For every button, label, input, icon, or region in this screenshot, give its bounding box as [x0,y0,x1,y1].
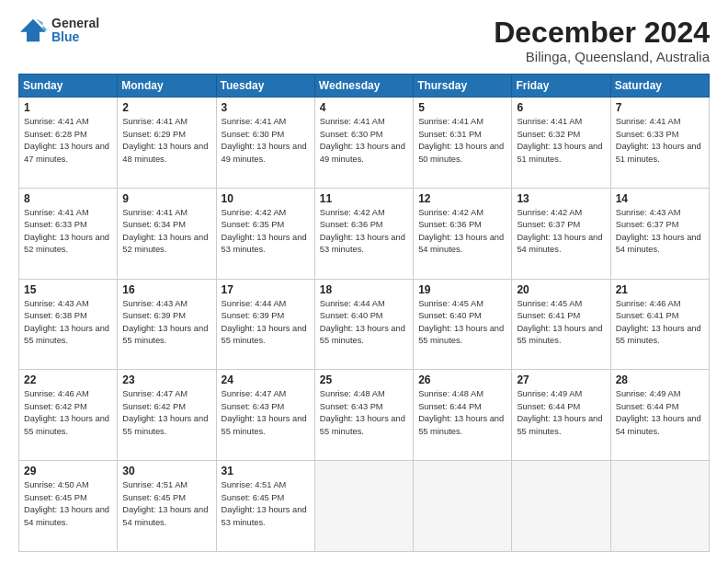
day-number: 3 [222,101,310,114]
day-info: Sunrise: 4:51 AMSunset: 6:45 PMDaylight:… [122,479,210,529]
day-number: 1 [24,101,112,114]
day-info: Sunrise: 4:42 AMSunset: 6:35 PMDaylight:… [222,207,310,257]
day-number: 27 [517,373,605,386]
table-row: 13Sunrise: 4:42 AMSunset: 6:37 PMDayligh… [512,188,610,279]
day-info: Sunrise: 4:45 AMSunset: 6:41 PMDaylight:… [517,298,605,348]
table-row: 18Sunrise: 4:44 AMSunset: 6:40 PMDayligh… [314,279,413,370]
col-tuesday: Tuesday [216,75,314,98]
day-number: 10 [222,192,310,205]
calendar-table: Sunday Monday Tuesday Wednesday Thursday… [18,74,710,552]
table-row: 26Sunrise: 4:48 AMSunset: 6:44 PMDayligh… [414,370,512,461]
day-info: Sunrise: 4:41 AMSunset: 6:28 PMDaylight:… [24,116,112,166]
table-row: 4Sunrise: 4:41 AMSunset: 6:30 PMDaylight… [314,98,413,189]
day-number: 28 [616,373,704,386]
day-number: 7 [616,101,704,114]
day-number: 19 [418,283,506,296]
calendar-week-4: 22Sunrise: 4:46 AMSunset: 6:42 PMDayligh… [19,370,710,461]
day-info: Sunrise: 4:41 AMSunset: 6:33 PMDaylight:… [24,207,112,257]
table-row: 14Sunrise: 4:43 AMSunset: 6:37 PMDayligh… [610,188,709,279]
day-number: 22 [24,373,112,386]
table-row: 9Sunrise: 4:41 AMSunset: 6:34 PMDaylight… [118,188,216,279]
table-row: 3Sunrise: 4:41 AMSunset: 6:30 PMDaylight… [216,98,314,189]
logo-text: General Blue [51,17,99,45]
table-row: 5Sunrise: 4:41 AMSunset: 6:31 PMDaylight… [414,98,512,189]
day-number: 11 [320,192,408,205]
table-row [414,461,512,552]
table-row: 16Sunrise: 4:43 AMSunset: 6:39 PMDayligh… [118,279,216,370]
logo: General Blue [18,17,99,45]
page: General Blue December 2024 Bilinga, Quee… [0,0,728,563]
day-info: Sunrise: 4:42 AMSunset: 6:36 PMDaylight:… [418,207,506,257]
day-info: Sunrise: 4:44 AMSunset: 6:39 PMDaylight:… [222,298,310,348]
day-info: Sunrise: 4:41 AMSunset: 6:30 PMDaylight:… [222,116,310,166]
day-number: 25 [320,373,408,386]
day-info: Sunrise: 4:43 AMSunset: 6:38 PMDaylight:… [24,298,112,348]
day-info: Sunrise: 4:43 AMSunset: 6:37 PMDaylight:… [616,207,704,257]
day-info: Sunrise: 4:46 AMSunset: 6:41 PMDaylight:… [616,298,704,348]
day-number: 21 [616,283,704,296]
logo-icon [18,17,48,43]
col-saturday: Saturday [610,75,709,98]
calendar-week-3: 15Sunrise: 4:43 AMSunset: 6:38 PMDayligh… [19,279,710,370]
day-number: 15 [24,283,112,296]
table-row [314,461,413,552]
day-number: 24 [222,373,310,386]
table-row: 25Sunrise: 4:48 AMSunset: 6:43 PMDayligh… [314,370,413,461]
day-info: Sunrise: 4:41 AMSunset: 6:34 PMDaylight:… [122,207,210,257]
col-wednesday: Wednesday [314,75,413,98]
day-number: 4 [320,101,408,114]
col-thursday: Thursday [414,75,512,98]
table-row [512,461,610,552]
table-row: 2Sunrise: 4:41 AMSunset: 6:29 PMDaylight… [118,98,216,189]
day-number: 6 [517,101,605,114]
day-number: 23 [122,373,210,386]
table-row: 30Sunrise: 4:51 AMSunset: 6:45 PMDayligh… [118,461,216,552]
calendar-week-1: 1Sunrise: 4:41 AMSunset: 6:28 PMDaylight… [19,98,710,189]
day-info: Sunrise: 4:44 AMSunset: 6:40 PMDaylight:… [320,298,408,348]
table-row: 28Sunrise: 4:49 AMSunset: 6:44 PMDayligh… [610,370,709,461]
title-block: December 2024 Bilinga, Queensland, Austr… [494,17,710,64]
day-info: Sunrise: 4:41 AMSunset: 6:30 PMDaylight:… [320,116,408,166]
day-number: 26 [418,373,506,386]
day-number: 29 [24,465,112,477]
day-info: Sunrise: 4:47 AMSunset: 6:42 PMDaylight:… [122,388,210,438]
day-info: Sunrise: 4:42 AMSunset: 6:37 PMDaylight:… [517,207,605,257]
day-number: 8 [24,192,112,205]
day-info: Sunrise: 4:47 AMSunset: 6:43 PMDaylight:… [222,388,310,438]
day-info: Sunrise: 4:50 AMSunset: 6:45 PMDaylight:… [24,479,112,529]
day-number: 2 [122,101,210,114]
logo-general-text: General [51,17,99,30]
day-number: 14 [616,192,704,205]
table-row: 15Sunrise: 4:43 AMSunset: 6:38 PMDayligh… [19,279,118,370]
table-row: 1Sunrise: 4:41 AMSunset: 6:28 PMDaylight… [19,98,118,189]
day-number: 31 [222,465,310,477]
header: General Blue December 2024 Bilinga, Quee… [18,17,710,64]
table-row: 21Sunrise: 4:46 AMSunset: 6:41 PMDayligh… [610,279,709,370]
calendar-week-2: 8Sunrise: 4:41 AMSunset: 6:33 PMDaylight… [19,188,710,279]
calendar-header-row: Sunday Monday Tuesday Wednesday Thursday… [19,75,710,98]
table-row: 6Sunrise: 4:41 AMSunset: 6:32 PMDaylight… [512,98,610,189]
table-row: 11Sunrise: 4:42 AMSunset: 6:36 PMDayligh… [314,188,413,279]
day-info: Sunrise: 4:48 AMSunset: 6:44 PMDaylight:… [418,388,506,438]
col-friday: Friday [512,75,610,98]
table-row: 17Sunrise: 4:44 AMSunset: 6:39 PMDayligh… [216,279,314,370]
day-number: 30 [122,465,210,477]
day-info: Sunrise: 4:51 AMSunset: 6:45 PMDaylight:… [222,479,310,529]
table-row: 19Sunrise: 4:45 AMSunset: 6:40 PMDayligh… [414,279,512,370]
day-number: 12 [418,192,506,205]
day-info: Sunrise: 4:43 AMSunset: 6:39 PMDaylight:… [122,298,210,348]
day-number: 16 [122,283,210,296]
day-info: Sunrise: 4:48 AMSunset: 6:43 PMDaylight:… [320,388,408,438]
col-sunday: Sunday [19,75,118,98]
table-row: 31Sunrise: 4:51 AMSunset: 6:45 PMDayligh… [216,461,314,552]
day-info: Sunrise: 4:41 AMSunset: 6:32 PMDaylight:… [517,116,605,166]
day-info: Sunrise: 4:42 AMSunset: 6:36 PMDaylight:… [320,207,408,257]
day-number: 20 [517,283,605,296]
calendar-week-5: 29Sunrise: 4:50 AMSunset: 6:45 PMDayligh… [19,461,710,552]
day-info: Sunrise: 4:49 AMSunset: 6:44 PMDaylight:… [616,388,704,438]
logo-blue-text: Blue [51,30,99,44]
day-number: 13 [517,192,605,205]
table-row: 24Sunrise: 4:47 AMSunset: 6:43 PMDayligh… [216,370,314,461]
day-info: Sunrise: 4:41 AMSunset: 6:31 PMDaylight:… [418,116,506,166]
table-row: 27Sunrise: 4:49 AMSunset: 6:44 PMDayligh… [512,370,610,461]
